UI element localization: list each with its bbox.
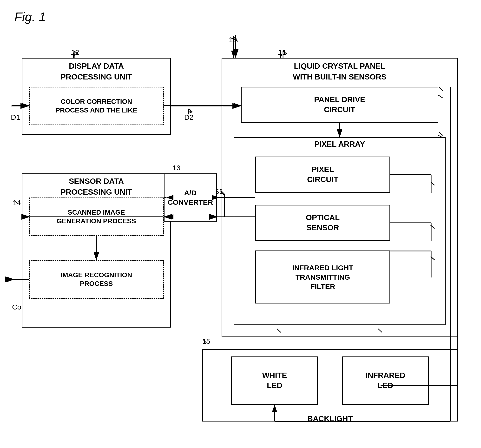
- liquid-crystal-label: LIQUID CRYSTAL PANELWITH BUILT-IN SENSOR…: [224, 61, 455, 82]
- white-led-box: WHITELED: [231, 357, 318, 405]
- ref-11: 11: [278, 48, 286, 56]
- d2-label: D2: [184, 113, 193, 121]
- ref-12: 12: [71, 48, 79, 56]
- infrared-led-box: INFRAREDLED: [342, 357, 429, 405]
- ad-converter-box: A/DCONVERTER: [164, 173, 217, 222]
- color-correction-box: COLOR CORRECTION PROCESS AND THE LIKE: [29, 87, 164, 125]
- pixel-circuit-box: PIXELCIRCUIT: [255, 157, 390, 193]
- panel-drive-box: PANEL DRIVECIRCUIT: [241, 87, 438, 123]
- ref-10: 10: [229, 36, 237, 44]
- co-label: Co: [12, 303, 21, 311]
- diagram-container: Fig. 1 10 12 11 D1 D2 16 17 13 SS 14 1 2…: [0, 0, 481, 448]
- scanned-image-box: SCANNED IMAGEGENERATION PROCESS: [29, 197, 164, 236]
- svg-line-42: [188, 109, 192, 112]
- optical-sensor-box: OPTICALSENSOR: [255, 205, 390, 241]
- figure-title: Fig. 1: [15, 10, 46, 24]
- display-data-label: DISPLAY DATAPROCESSING UNIT: [24, 61, 169, 82]
- backlight-label: BACKLIGHT: [202, 414, 458, 423]
- svg-line-12: [188, 111, 191, 113]
- ref-13: 13: [173, 164, 180, 172]
- pixel-array-label: PIXEL ARRAY: [236, 140, 443, 149]
- ref-14: 14: [13, 199, 21, 207]
- d1-label: D1: [11, 113, 20, 121]
- image-recognition-box: IMAGE RECOGNITIONPROCESS: [29, 260, 164, 299]
- ref-15: 15: [202, 337, 210, 345]
- sensor-data-label: SENSOR DATAPROCESSING UNIT: [24, 176, 169, 197]
- infrared-filter-box: INFRARED LIGHTTRANSMITTINGFILTER: [255, 251, 390, 304]
